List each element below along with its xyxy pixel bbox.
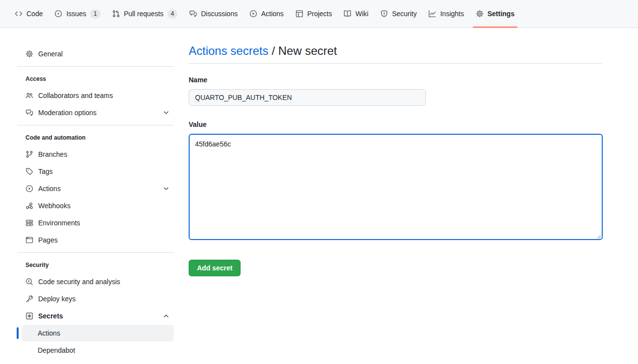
sidebar-item-branches[interactable]: Branches	[17, 146, 174, 163]
tab-label: Settings	[488, 10, 515, 18]
sidebar-item-pages[interactable]: Pages	[17, 232, 174, 248]
tab-label: Code	[26, 10, 43, 18]
issues-count-badge: 1	[90, 9, 100, 19]
tab-security[interactable]: Security	[376, 0, 421, 27]
tab-actions[interactable]: Actions	[245, 0, 288, 27]
sidebar-item-environments[interactable]: Environments	[17, 215, 174, 231]
tab-label: Insights	[440, 10, 464, 18]
sidebar-item-moderation-options[interactable]: Moderation options	[17, 104, 174, 121]
tab-projects[interactable]: Projects	[292, 0, 336, 27]
sidebar-item-label: Actions	[38, 184, 61, 193]
sidebar-divider	[17, 125, 174, 125]
tab-label: Issues	[66, 10, 86, 18]
sidebar-item-label: General	[38, 49, 63, 58]
table-icon	[295, 10, 303, 18]
sidebar-item-label: Code security and analysis	[38, 277, 120, 286]
value-label: Value	[189, 120, 603, 130]
code-icon	[15, 10, 23, 18]
add-secret-button[interactable]: Add secret	[189, 260, 241, 276]
sidebar-item-tags[interactable]: Tags	[17, 163, 174, 180]
tab-discussions[interactable]: Discussions	[185, 0, 242, 27]
breadcrumb-separator: /	[269, 44, 278, 57]
shield-icon	[380, 10, 388, 18]
tab-label: Discussions	[201, 10, 238, 18]
sidebar-item-secrets[interactable]: Secrets	[17, 308, 174, 324]
sidebar-item-label: Tags	[38, 167, 53, 176]
key-icon	[25, 295, 33, 303]
chevron-up-icon	[162, 312, 170, 320]
sidebar-item-label: Collaborators and teams	[38, 91, 113, 100]
sidebar-item-label: Pages	[38, 236, 58, 244]
chevron-down-icon	[162, 185, 170, 193]
tab-settings[interactable]: Settings	[472, 0, 518, 27]
sidebar-item-label: Webhooks	[38, 201, 71, 210]
secret-name-input[interactable]	[189, 89, 426, 106]
sidebar-item-code-security[interactable]: Code security and analysis	[17, 273, 174, 290]
sidebar-item-deploy-keys[interactable]: Deploy keys	[17, 291, 174, 307]
sidebar-item-general[interactable]: General	[17, 46, 174, 62]
sidebar-subitem-label: Actions	[38, 329, 60, 337]
gear-icon	[25, 50, 33, 58]
sidebar-subitem-actions-secrets[interactable]: Actions	[22, 325, 174, 341]
active-indicator	[17, 327, 19, 339]
server-icon	[25, 219, 33, 227]
pull-requests-count-badge: 4	[168, 9, 178, 19]
sidebar-item-label: Moderation options	[38, 108, 97, 117]
sidebar-divider	[17, 252, 174, 253]
git-branch-icon	[25, 150, 33, 158]
sidebar-item-actions[interactable]: Actions	[17, 180, 174, 197]
tab-insights[interactable]: Insights	[424, 0, 467, 27]
tab-pull-requests[interactable]: Pull requests 4	[108, 0, 182, 27]
tab-label: Pull requests	[124, 10, 164, 18]
issue-opened-icon	[54, 10, 62, 18]
book-icon	[344, 10, 351, 18]
sidebar-section-security: Security	[17, 257, 174, 273]
key-asterisk-icon	[25, 312, 33, 320]
sidebar-item-webhooks[interactable]: Webhooks	[17, 197, 174, 214]
settings-page: General Access Collaborators and teams M…	[0, 28, 638, 359]
gear-icon	[476, 10, 484, 18]
secret-value-textarea[interactable]: 45fd6ae56c	[189, 134, 603, 240]
sidebar-subitem-label: Dependabot	[38, 346, 75, 354]
graph-icon	[428, 10, 436, 18]
settings-sidebar: General Access Collaborators and teams M…	[17, 46, 174, 359]
tab-issues[interactable]: Issues 1	[50, 0, 104, 27]
tab-label: Projects	[307, 10, 332, 18]
play-icon	[249, 10, 257, 18]
sidebar-divider	[17, 66, 174, 67]
sidebar-section-access: Access	[17, 71, 174, 87]
new-secret-panel: Actions secrets / New secret Name Value …	[189, 44, 603, 276]
play-icon	[25, 185, 33, 193]
value-field-wrapper: 45fd6ae56c	[189, 134, 603, 242]
sidebar-item-label: Secrets	[38, 312, 63, 320]
tab-label: Security	[392, 10, 417, 18]
name-label: Name	[189, 75, 603, 85]
repo-tab-bar: Code Issues 1 Pull requests 4 Discussion…	[0, 0, 638, 28]
git-pull-request-icon	[112, 10, 120, 18]
breadcrumb-actions-secrets-link[interactable]: Actions secrets	[189, 44, 269, 57]
webhook-icon	[25, 202, 33, 210]
tab-label: Wiki	[355, 10, 368, 18]
people-icon	[25, 92, 33, 99]
sidebar-item-label: Environments	[38, 218, 80, 227]
sidebar-subitem-dependabot-secrets[interactable]: Dependabot	[22, 342, 174, 359]
sidebar-item-label: Deploy keys	[38, 294, 75, 303]
tab-label: Actions	[261, 10, 284, 18]
comment-discussion-icon	[189, 10, 197, 18]
browser-icon	[25, 236, 33, 244]
chevron-down-icon	[162, 109, 170, 117]
comment-discussion-icon	[25, 109, 33, 117]
sidebar-item-collaborators[interactable]: Collaborators and teams	[17, 87, 174, 104]
breadcrumb-current: New secret	[278, 44, 337, 57]
tab-wiki[interactable]: Wiki	[340, 0, 372, 27]
sidebar-section-code-automation: Code and automation	[17, 129, 174, 146]
tag-icon	[25, 168, 33, 175]
sidebar-item-label: Branches	[38, 150, 67, 159]
tab-code[interactable]: Code	[11, 0, 47, 27]
page-title: Actions secrets / New secret	[189, 44, 603, 64]
codescan-icon	[25, 278, 33, 286]
